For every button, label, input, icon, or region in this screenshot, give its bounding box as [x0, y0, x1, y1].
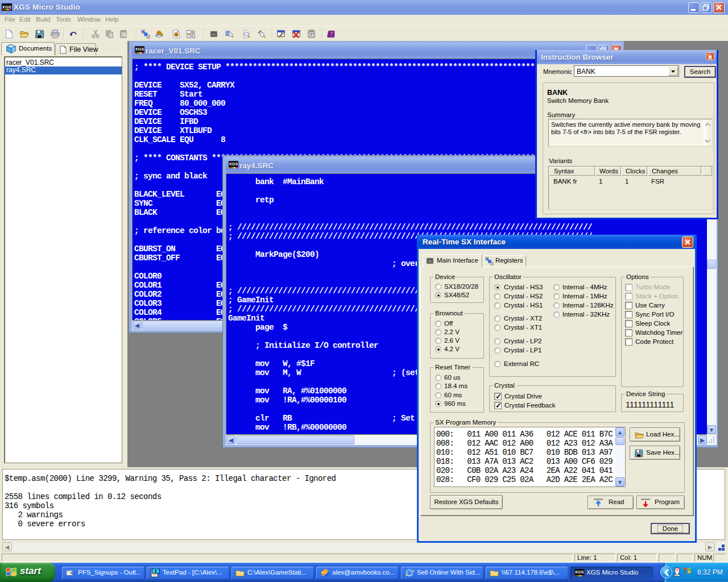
svg-text:DMA: DMA: [188, 35, 193, 38]
svg-text:SX: SX: [428, 260, 432, 263]
svg-text:XGS: XGS: [2, 5, 12, 10]
svg-text:XGS: XGS: [135, 47, 144, 52]
svg-text:XGS: XGS: [229, 161, 238, 167]
svg-text:?: ?: [330, 32, 333, 36]
svg-text:SX: SX: [212, 33, 216, 36]
svg-text:XGS: XGS: [575, 569, 584, 575]
svg-text:T: T: [154, 568, 158, 574]
